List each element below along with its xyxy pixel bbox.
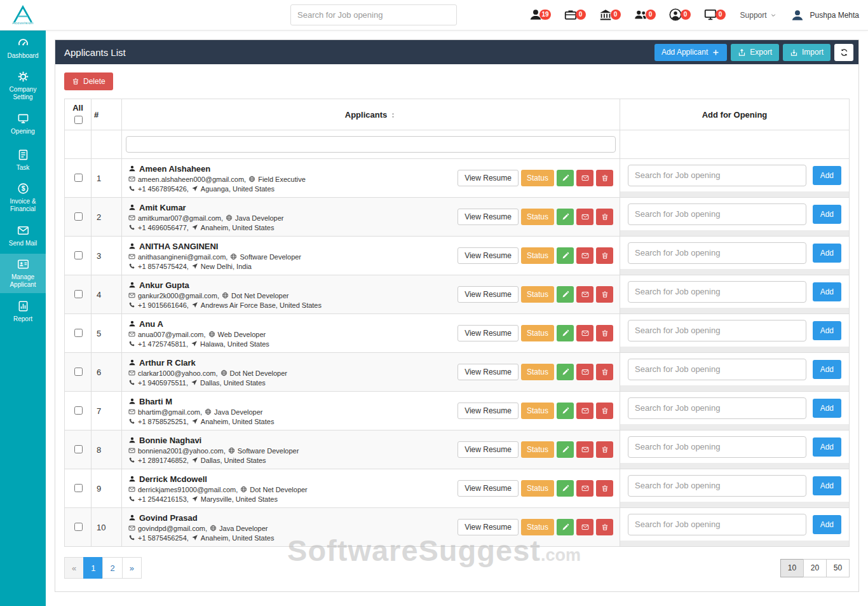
status-button[interactable]: Status — [521, 325, 554, 341]
support-menu[interactable]: Support — [740, 11, 776, 20]
company-icon[interactable]: 0 — [599, 8, 614, 23]
view-resume-button[interactable]: View Resume — [458, 286, 519, 303]
add-button[interactable]: Add — [813, 476, 841, 495]
edit-button[interactable] — [557, 519, 574, 535]
send-mail-button[interactable] — [576, 364, 593, 380]
status-button[interactable]: Status — [521, 209, 554, 225]
pagination-next[interactable]: » — [122, 557, 142, 579]
view-resume-button[interactable]: View Resume — [458, 403, 519, 419]
opening-search-input[interactable] — [628, 359, 806, 380]
delete-row-button[interactable] — [596, 209, 613, 225]
add-button[interactable]: Add — [813, 321, 841, 340]
send-mail-button[interactable] — [576, 403, 593, 419]
row-checkbox[interactable] — [74, 251, 83, 259]
status-button[interactable]: Status — [521, 441, 554, 458]
opening-search-input[interactable] — [628, 436, 806, 458]
edit-button[interactable] — [557, 364, 574, 380]
row-checkbox[interactable] — [74, 406, 83, 415]
status-button[interactable]: Status — [521, 480, 554, 497]
sidebar-item-company-setting[interactable]: Company Setting — [0, 66, 46, 106]
page-size-20[interactable]: 20 — [803, 559, 827, 577]
sidebar-item-dashboard[interactable]: Dashboard — [0, 30, 46, 66]
row-checkbox[interactable] — [74, 484, 83, 492]
job-opening-search-input[interactable] — [290, 4, 457, 25]
view-resume-button[interactable]: View Resume — [458, 480, 519, 497]
add-button[interactable]: Add — [813, 360, 841, 379]
status-button[interactable]: Status — [521, 247, 554, 264]
opening-search-input[interactable] — [628, 203, 806, 225]
status-button[interactable]: Status — [521, 364, 554, 380]
pagination-page-2[interactable]: 2 — [102, 557, 122, 579]
view-resume-button[interactable]: View Resume — [458, 519, 519, 535]
delete-row-button[interactable] — [596, 364, 613, 380]
delete-row-button[interactable] — [596, 480, 613, 497]
row-checkbox[interactable] — [74, 445, 83, 453]
pagination-page-1[interactable]: 1 — [83, 557, 103, 579]
opening-search-input[interactable] — [628, 281, 806, 303]
openings-icon[interactable]: 0 — [564, 8, 579, 23]
add-button[interactable]: Add — [813, 244, 841, 263]
sidebar-item-send-mail[interactable]: Send Mail — [0, 217, 46, 254]
send-mail-button[interactable] — [576, 480, 593, 497]
status-button[interactable]: Status — [521, 170, 554, 186]
opening-search-input[interactable] — [628, 165, 806, 186]
delete-row-button[interactable] — [596, 403, 613, 419]
add-button[interactable]: Add — [813, 166, 841, 185]
opening-search-input[interactable] — [628, 320, 806, 341]
edit-button[interactable] — [557, 286, 574, 303]
view-resume-button[interactable]: View Resume — [458, 209, 519, 225]
opening-search-input[interactable] — [628, 475, 806, 497]
view-resume-button[interactable]: View Resume — [458, 325, 519, 341]
applicants-icon[interactable]: 19 — [529, 8, 544, 23]
edit-button[interactable] — [557, 170, 574, 186]
sidebar-item-task[interactable]: Task — [0, 142, 46, 178]
add-button[interactable]: Add — [813, 399, 841, 418]
edit-button[interactable] — [557, 441, 574, 458]
edit-button[interactable] — [557, 480, 574, 497]
opening-search-input[interactable] — [628, 514, 806, 535]
add-button[interactable]: Add — [813, 515, 841, 534]
applicant-filter-input[interactable] — [126, 136, 616, 153]
delete-row-button[interactable] — [596, 519, 613, 535]
billing-icon[interactable]: 0 — [703, 8, 719, 23]
send-mail-button[interactable] — [576, 286, 593, 303]
send-mail-button[interactable] — [576, 247, 593, 264]
app-logo[interactable]: Accuvision — [0, 5, 46, 25]
opening-search-input[interactable] — [628, 242, 806, 264]
users-icon[interactable]: 0 — [668, 8, 684, 23]
view-resume-button[interactable]: View Resume — [458, 170, 519, 186]
edit-button[interactable] — [557, 209, 574, 225]
add-applicant-button[interactable]: Add Applicant — [654, 44, 727, 61]
refresh-button[interactable] — [834, 44, 853, 61]
delete-row-button[interactable] — [596, 441, 613, 458]
page-size-10[interactable]: 10 — [780, 559, 804, 577]
row-checkbox[interactable] — [74, 212, 83, 221]
sort-icon[interactable] — [390, 112, 397, 119]
user-menu[interactable]: Pushpa Mehta — [789, 7, 859, 24]
delete-row-button[interactable] — [596, 247, 613, 264]
edit-button[interactable] — [557, 247, 574, 264]
view-resume-button[interactable]: View Resume — [458, 364, 519, 380]
row-checkbox[interactable] — [74, 368, 83, 376]
export-button[interactable]: Export — [731, 44, 779, 61]
row-checkbox[interactable] — [74, 174, 83, 182]
row-checkbox[interactable] — [74, 523, 83, 531]
delete-row-button[interactable] — [596, 325, 613, 341]
send-mail-button[interactable] — [576, 519, 593, 535]
edit-button[interactable] — [557, 403, 574, 419]
import-button[interactable]: Import — [783, 44, 831, 61]
view-resume-button[interactable]: View Resume — [458, 441, 519, 458]
add-button[interactable]: Add — [813, 205, 841, 224]
add-button[interactable]: Add — [813, 437, 841, 457]
view-resume-button[interactable]: View Resume — [458, 247, 519, 264]
send-mail-button[interactable] — [576, 170, 593, 186]
opening-search-input[interactable] — [628, 397, 806, 419]
candidates-icon[interactable]: 0 — [634, 8, 649, 23]
delete-row-button[interactable] — [596, 170, 613, 186]
send-mail-button[interactable] — [576, 209, 593, 225]
select-all-checkbox[interactable] — [74, 116, 83, 124]
delete-row-button[interactable] — [596, 286, 613, 303]
add-button[interactable]: Add — [813, 282, 841, 301]
column-applicants[interactable]: Applicants — [122, 99, 620, 130]
sidebar-item-opening[interactable]: Opening — [0, 106, 46, 142]
